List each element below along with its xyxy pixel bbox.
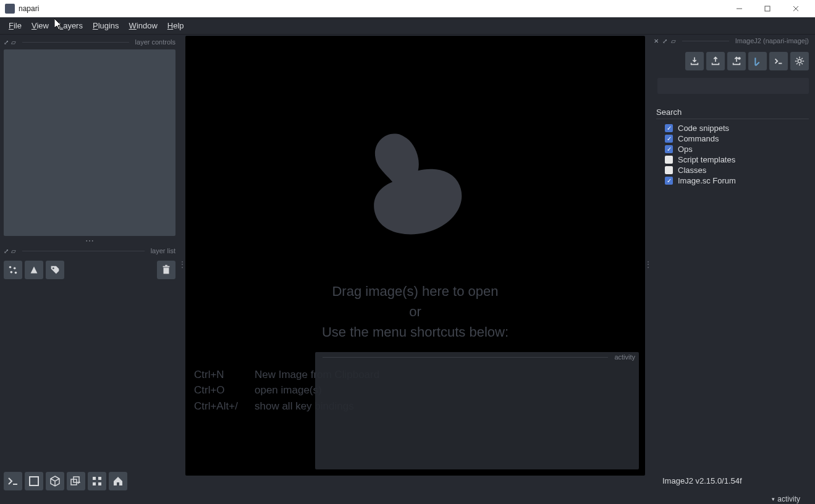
- filter-commands[interactable]: ✓Commands: [654, 133, 809, 144]
- imagej-search-input[interactable]: [657, 78, 809, 94]
- minimize-button[interactable]: [725, 0, 753, 17]
- ij-gui-button[interactable]: [748, 52, 767, 70]
- close-button[interactable]: [782, 0, 810, 17]
- svg-rect-10: [163, 266, 170, 267]
- layer-controls-panel: [4, 49, 175, 236]
- undock-icon[interactable]: ⤢: [4, 39, 9, 46]
- menu-view[interactable]: View: [27, 19, 54, 33]
- checkbox-icon: ✓: [665, 145, 673, 153]
- new-points-button[interactable]: [4, 261, 22, 279]
- menu-plugins[interactable]: Plugins: [88, 19, 124, 33]
- svg-rect-11: [165, 265, 167, 266]
- dock-close-icon[interactable]: ✕: [654, 38, 659, 44]
- imagej-panel: ✕ ⤢ ▱ ImageJ2 (napari-imagej): [651, 35, 815, 494]
- filter-classes[interactable]: Classes: [654, 165, 809, 175]
- caret-down-icon[interactable]: ▾: [772, 496, 775, 502]
- menu-layers[interactable]: Layers: [54, 19, 88, 33]
- filter-ops[interactable]: ✓Ops: [654, 144, 809, 154]
- menu-help[interactable]: Help: [163, 19, 189, 33]
- svg-point-6: [11, 271, 13, 274]
- viewer-canvas[interactable]: Drag image(s) here to open or Use the me…: [185, 36, 645, 476]
- ndisplay-3d-button[interactable]: [46, 472, 64, 490]
- collapse-icon[interactable]: ▱: [11, 39, 16, 46]
- activity-panel: activity: [315, 352, 639, 469]
- delete-layer-button[interactable]: [157, 261, 175, 279]
- svg-rect-16: [93, 477, 96, 480]
- ndisplay-2d-button[interactable]: [25, 472, 43, 490]
- panel-splitter-right[interactable]: ⋮: [645, 35, 651, 494]
- svg-point-4: [9, 266, 12, 269]
- svg-point-7: [15, 272, 17, 274]
- svg-rect-17: [98, 477, 101, 480]
- napari-logo-icon: [344, 108, 486, 250]
- panel-splitter-left[interactable]: ⋮: [179, 35, 185, 494]
- svg-point-5: [14, 267, 16, 270]
- layer-controls-title: layer controls: [135, 38, 175, 46]
- activity-toggle[interactable]: activity: [777, 495, 800, 503]
- dock-collapse-icon[interactable]: ▱: [671, 38, 676, 44]
- checkbox-icon: [665, 166, 673, 174]
- grid-button[interactable]: [88, 472, 106, 490]
- new-labels-button[interactable]: [46, 261, 64, 279]
- window-titlebar: napari: [0, 0, 815, 17]
- maximize-button[interactable]: [753, 0, 782, 17]
- undock-icon[interactable]: ⤢: [4, 248, 9, 254]
- new-shapes-button[interactable]: [25, 261, 43, 279]
- svg-point-22: [798, 59, 801, 62]
- menu-file[interactable]: File: [4, 19, 27, 33]
- ij-import-button[interactable]: [685, 52, 704, 70]
- menubar: File View Layers Plugins Window Help: [0, 17, 815, 35]
- imagej-toolbar: [654, 52, 809, 70]
- ij-settings-button[interactable]: [790, 52, 809, 70]
- app-icon: [5, 4, 15, 14]
- checkbox-icon: ✓: [665, 177, 673, 185]
- dock-undock-icon[interactable]: ⤢: [662, 38, 667, 44]
- collapse-icon[interactable]: ▱: [11, 248, 16, 254]
- svg-point-20: [738, 57, 741, 60]
- checkbox-icon: [665, 156, 673, 164]
- checkbox-icon: ✓: [665, 135, 673, 143]
- console-button[interactable]: [4, 472, 22, 490]
- svg-point-8: [53, 267, 54, 269]
- imagej-search-label: Search: [656, 107, 809, 119]
- imagej-dock-title: ImageJ2 (napari-imagej): [735, 37, 809, 44]
- svg-rect-13: [30, 477, 38, 485]
- layer-list-header: ⤢ ▱ layer list: [4, 246, 175, 256]
- menu-window[interactable]: Window: [124, 19, 163, 33]
- canvas-helper-text: Drag image(s) here to open or Use the me…: [322, 281, 509, 342]
- filter-imagesc-forum[interactable]: ✓Image.sc Forum: [654, 175, 809, 186]
- imagej-version-label: ImageJ2 v2.15.0/1.54f: [654, 472, 809, 490]
- roll-dims-button[interactable]: [67, 472, 85, 490]
- svg-rect-9: [164, 267, 169, 274]
- svg-rect-1: [765, 6, 770, 11]
- filter-code-snippets[interactable]: ✓Code snippets: [654, 123, 809, 133]
- panel-splitter-horizontal[interactable]: ⋯: [4, 236, 175, 246]
- left-panel: ⤢ ▱ layer controls ⋯ ⤢ ▱ layer list: [0, 35, 179, 494]
- filter-script-templates[interactable]: Script templates: [654, 154, 809, 165]
- checkbox-icon: ✓: [665, 124, 673, 132]
- statusbar: ▾ activity: [0, 494, 815, 504]
- ij-export-advanced-button[interactable]: [727, 52, 746, 70]
- window-title: napari: [19, 4, 39, 13]
- activity-title: activity: [614, 353, 635, 361]
- ij-script-button[interactable]: [769, 52, 788, 70]
- layer-list-title: layer list: [151, 247, 175, 254]
- svg-rect-19: [98, 482, 101, 485]
- ij-export-button[interactable]: [706, 52, 725, 70]
- layer-controls-header: ⤢ ▱ layer controls: [4, 37, 175, 47]
- svg-rect-18: [93, 482, 96, 485]
- home-button[interactable]: [109, 472, 127, 490]
